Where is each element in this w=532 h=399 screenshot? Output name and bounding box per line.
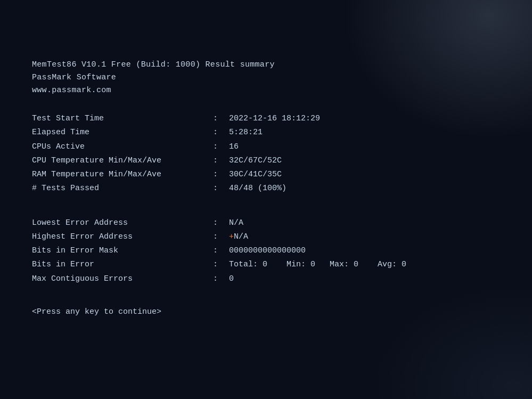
header-line3: www.passmark.com [32, 84, 500, 97]
error-colon: : [213, 216, 229, 230]
error-row: Max Contiguous Errors : 0 [32, 272, 500, 286]
info-label: Elapsed Time [32, 126, 213, 140]
info-value: 16 [229, 140, 239, 154]
error-value: 0000000000000000 [229, 244, 306, 258]
error-label: Bits in Error [32, 258, 213, 272]
info-value: 32C/67C/52C [229, 154, 282, 168]
info-colon: : [213, 182, 229, 196]
info-value: 48/48 (100%) [229, 182, 287, 196]
info-row: Test Start Time : 2022-12-16 18:12:29 [32, 112, 500, 126]
error-table: Lowest Error Address : N/AHighest Error … [32, 216, 500, 286]
info-label: RAM Temperature Min/Max/Ave [32, 168, 213, 182]
error-row: Bits in Error Mask : 0000000000000000 [32, 244, 500, 258]
info-row: CPU Temperature Min/Max/Ave : 32C/67C/52… [32, 154, 500, 168]
info-row: Elapsed Time : 5:28:21 [32, 126, 500, 140]
press-any-key[interactable]: <Press any key to continue> [32, 307, 500, 316]
error-row: Lowest Error Address : N/A [32, 216, 500, 230]
error-value: Total: 0 Min: 0 Max: 0 Avg: 0 [229, 258, 406, 272]
highlight-marker: + [229, 232, 234, 241]
info-colon: : [213, 126, 229, 140]
error-label: Lowest Error Address [32, 216, 213, 230]
error-value: +N/A [229, 230, 248, 244]
error-colon: : [213, 230, 229, 244]
info-row: CPUs Active : 16 [32, 140, 500, 154]
header-block: MemTest86 V10.1 Free (Build: 1000) Resul… [32, 59, 500, 97]
error-colon: : [213, 272, 229, 286]
info-label: # Tests Passed [32, 182, 213, 196]
info-label: CPUs Active [32, 140, 213, 154]
info-label: CPU Temperature Min/Max/Ave [32, 154, 213, 168]
error-row: Highest Error Address : +N/A [32, 230, 500, 244]
header-line1: MemTest86 V10.1 Free (Build: 1000) Resul… [32, 59, 500, 71]
info-row: # Tests Passed : 48/48 (100%) [32, 182, 500, 196]
info-colon: : [213, 168, 229, 182]
screen: MemTest86 V10.1 Free (Build: 1000) Resul… [32, 59, 500, 356]
info-row: RAM Temperature Min/Max/Ave : 30C/41C/35… [32, 168, 500, 182]
error-label: Highest Error Address [32, 230, 213, 244]
info-colon: : [213, 154, 229, 168]
error-colon: : [213, 258, 229, 272]
info-value: 2022-12-16 18:12:29 [229, 112, 320, 126]
header-line2: PassMark Software [32, 71, 500, 84]
error-row: Bits in Error : Total: 0 Min: 0 Max: 0 A… [32, 258, 500, 272]
info-table: Test Start Time : 2022-12-16 18:12:29Ela… [32, 112, 500, 203]
info-value: 30C/41C/35C [229, 168, 282, 182]
info-value: 5:28:21 [229, 126, 263, 140]
error-value: 0 [229, 272, 234, 286]
error-value: N/A [229, 216, 243, 230]
error-label: Bits in Error Mask [32, 244, 213, 258]
info-colon: : [213, 112, 229, 126]
info-colon: : [213, 140, 229, 154]
error-colon: : [213, 244, 229, 258]
error-label: Max Contiguous Errors [32, 272, 213, 286]
info-label: Test Start Time [32, 112, 213, 126]
